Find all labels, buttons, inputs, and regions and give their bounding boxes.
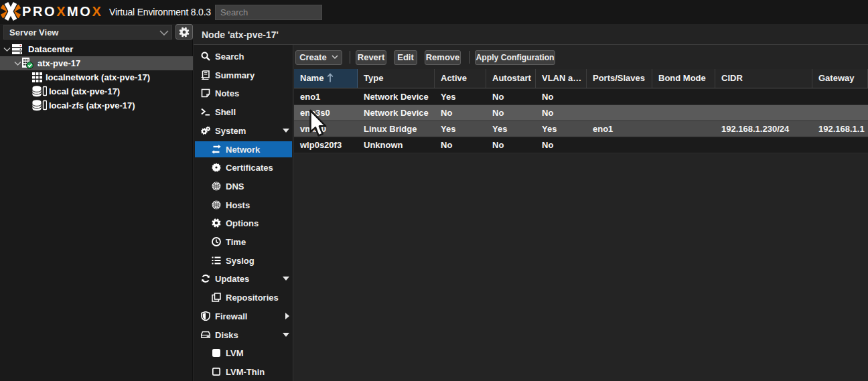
svg-text:PROXMOX: PROXMOX	[22, 4, 102, 19]
